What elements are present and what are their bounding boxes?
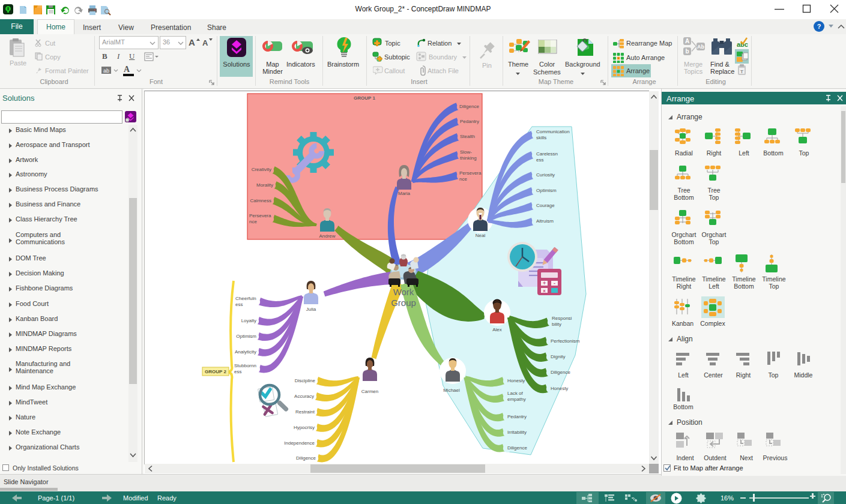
svg-text:Morality: Morality xyxy=(256,182,273,188)
svg-text:x: x xyxy=(543,288,546,293)
svg-text:Carmen: Carmen xyxy=(361,389,378,394)
svg-text:Altruism: Altruism xyxy=(536,218,554,224)
svg-text:Michael: Michael xyxy=(443,388,460,393)
svg-text:Honesty: Honesty xyxy=(507,378,525,383)
svg-text:Optimism: Optimism xyxy=(536,188,557,193)
svg-text:Stealth: Stealth xyxy=(460,134,475,139)
svg-text:Irritability: Irritability xyxy=(507,430,527,435)
svg-text:Restraint: Restraint xyxy=(295,409,315,415)
svg-text:+: + xyxy=(543,280,546,286)
svg-text:Diligence: Diligence xyxy=(459,104,479,109)
svg-text:Curiosity: Curiosity xyxy=(536,172,555,178)
svg-text:Group: Group xyxy=(391,298,416,308)
svg-text:Diligence: Diligence xyxy=(507,445,527,451)
svg-text:Optimism: Optimism xyxy=(236,334,256,339)
svg-text:GROUP 1: GROUP 1 xyxy=(354,95,375,101)
svg-text:GROUP 2: GROUP 2 xyxy=(205,369,226,374)
svg-text:Maria: Maria xyxy=(398,191,411,196)
svg-text:Pedantry: Pedantry xyxy=(507,414,527,419)
svg-text:Diligence: Diligence xyxy=(296,455,316,461)
svg-text:Honesty: Honesty xyxy=(551,386,568,391)
svg-text:Discipline: Discipline xyxy=(295,378,316,383)
svg-text:Andrew: Andrew xyxy=(319,233,335,239)
svg-text:Independence: Independence xyxy=(284,440,315,446)
svg-text:Accuracy: Accuracy xyxy=(294,394,314,399)
svg-text:Creativity: Creativity xyxy=(252,167,271,172)
svg-text:-: - xyxy=(554,280,555,286)
svg-text:Calmness: Calmness xyxy=(250,198,271,203)
svg-text:Perfectionism: Perfectionism xyxy=(551,338,580,344)
svg-text:Diligence: Diligence xyxy=(551,370,570,375)
svg-text:Julia: Julia xyxy=(306,307,316,312)
svg-text:Neal: Neal xyxy=(476,233,486,238)
svg-text:Courage: Courage xyxy=(536,203,555,208)
svg-text:Dignity: Dignity xyxy=(551,354,565,359)
svg-text:Pedantry: Pedantry xyxy=(460,119,479,124)
svg-text:Hypocrisy: Hypocrisy xyxy=(294,425,315,430)
svg-text:Analyticity: Analyticity xyxy=(235,349,256,355)
svg-text:Alex: Alex xyxy=(492,327,502,332)
svg-text:Work: Work xyxy=(393,287,414,297)
svg-text:Loyalty: Loyalty xyxy=(241,318,256,323)
